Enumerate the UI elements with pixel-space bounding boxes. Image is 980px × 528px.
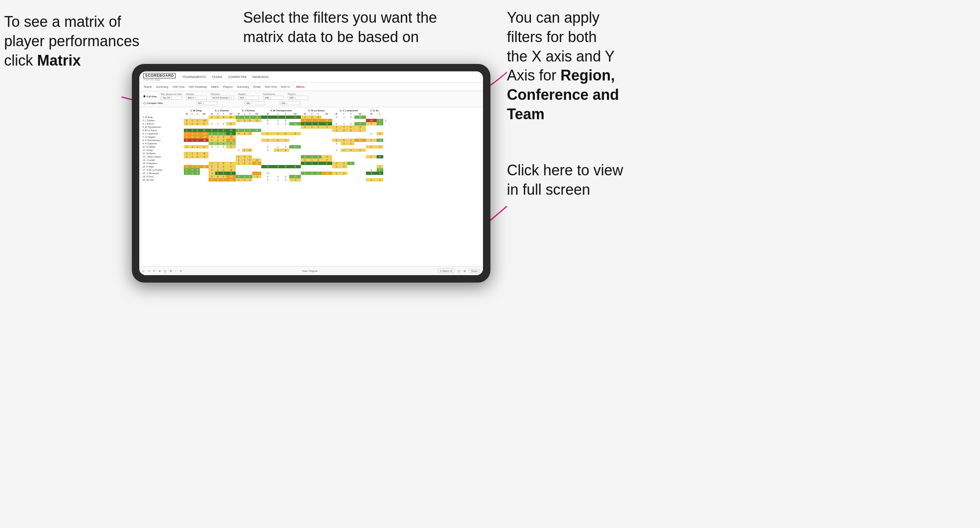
matrix-cell bbox=[301, 145, 309, 148]
subnav-players-summary[interactable]: Summary bbox=[237, 85, 249, 89]
filter-division-select[interactable]: NCAA Division I bbox=[211, 96, 234, 100]
filter-players-select2[interactable]: (All) bbox=[280, 101, 300, 105]
filter-compactview[interactable]: Compact View bbox=[143, 102, 163, 104]
subnav-players[interactable]: Players bbox=[223, 85, 232, 89]
subnav-matrix[interactable]: Matrix bbox=[211, 85, 219, 89]
tr-line2: filters for both bbox=[507, 28, 597, 45]
filter-region-select2[interactable]: N/A bbox=[197, 101, 217, 105]
matrix-cell: -24 bbox=[366, 119, 377, 122]
matrix-cell bbox=[190, 178, 195, 182]
matrix-container[interactable]: 1. W Ding 2. L Clanton 3. J Koivun 4. M … bbox=[139, 107, 483, 272]
settings-icon[interactable]: ⊙ bbox=[180, 269, 182, 272]
matrix-cell bbox=[261, 155, 274, 158]
matrix-cell bbox=[321, 139, 332, 142]
matrix-cell: 10 bbox=[252, 158, 261, 162]
matrix-cell: 0 bbox=[247, 175, 253, 178]
matrix-cell bbox=[383, 175, 388, 178]
matrix-cell: -2 bbox=[252, 116, 261, 119]
matrix-cell: -8 bbox=[226, 168, 236, 172]
undo-icon[interactable]: ↩ bbox=[143, 269, 145, 272]
matrix-cell bbox=[321, 129, 332, 132]
matrix-cell bbox=[242, 168, 247, 172]
matrix-cell bbox=[377, 129, 383, 132]
matrix-cell: -6 bbox=[354, 125, 366, 129]
matrix-cell: 11 bbox=[226, 116, 236, 119]
matrix-cell: 2 bbox=[215, 165, 220, 168]
matrix-cell: 0 bbox=[347, 116, 354, 119]
subnav-summary[interactable]: Summary bbox=[156, 85, 169, 89]
share-button[interactable]: Share bbox=[469, 269, 480, 273]
matrix-cell: 0 bbox=[221, 122, 226, 125]
nav-tournaments[interactable]: TOURNAMENTS bbox=[182, 74, 206, 80]
matrix-cell: 1 bbox=[366, 145, 377, 148]
matrix-cell bbox=[315, 129, 321, 132]
layout2-icon[interactable]: ◫ bbox=[458, 269, 460, 272]
matrix-cell: 1 bbox=[366, 155, 377, 158]
filter-region-select[interactable]: N/A bbox=[238, 96, 259, 100]
subnav-h2h-grid[interactable]: H2H Grid bbox=[173, 85, 185, 89]
row-label: 6. C Lamprecht bbox=[141, 132, 184, 135]
subnav-teams[interactable]: Teams bbox=[143, 85, 152, 89]
subnav-detail[interactable]: Detail bbox=[253, 85, 260, 89]
redo-icon[interactable]: ↪ bbox=[148, 269, 150, 272]
view-label: View: Original bbox=[302, 270, 317, 272]
matrix-cell: -7 bbox=[321, 158, 332, 162]
matrix-cell: 0 bbox=[332, 142, 341, 145]
filter-gender-label: Gender bbox=[186, 93, 207, 95]
matrix-cell bbox=[190, 148, 195, 152]
filter-maxplayers-select[interactable]: Top 25 bbox=[161, 96, 182, 100]
matrix-cell: 1 bbox=[242, 129, 247, 132]
nav-committee[interactable]: COMMITTEE bbox=[228, 74, 247, 80]
matrix-cell: 1 bbox=[341, 125, 348, 129]
matrix-cell bbox=[242, 142, 247, 145]
row-label: 17. S De La Fuente bbox=[141, 168, 184, 172]
subnav-h2hh[interactable]: H2H H... bbox=[281, 85, 292, 89]
subnav-matrix-active[interactable]: Matrix bbox=[296, 85, 305, 89]
matrix-cell bbox=[289, 168, 301, 172]
matrix-cell bbox=[252, 132, 261, 135]
tr-line4pre: Axis for bbox=[507, 67, 560, 84]
matrix-cell: -11 bbox=[261, 172, 274, 175]
matrix-cell bbox=[289, 139, 301, 142]
layout-icon[interactable]: ◫ bbox=[164, 269, 166, 272]
filter-conference-select2[interactable]: (All) bbox=[244, 101, 265, 105]
expand-icon[interactable]: ↕ bbox=[175, 269, 176, 272]
matrix-cell: 2 bbox=[215, 135, 220, 139]
fullscreen-icon[interactable]: ⊞ bbox=[464, 269, 466, 272]
matrix-cell: 0 bbox=[332, 116, 341, 119]
subnav-h2h-heatmap[interactable]: H2H Heatmap bbox=[189, 85, 207, 89]
filter-gender-select[interactable]: Men's bbox=[186, 96, 207, 100]
subnav-h2h-grid2[interactable]: H2H Grid bbox=[265, 85, 277, 89]
matrix-cell bbox=[309, 135, 315, 139]
matrix-cell: 14 bbox=[226, 129, 236, 132]
matrix-cell bbox=[301, 175, 309, 178]
matrix-cell bbox=[226, 119, 236, 122]
watch-button[interactable]: ⊙ Watch ▼ bbox=[438, 269, 455, 273]
matrix-cell bbox=[321, 145, 332, 148]
matrix-cell: 2 bbox=[341, 162, 348, 165]
table-row: 15. P Maichon1101100-194110-722 bbox=[141, 162, 388, 165]
matrix-cell bbox=[274, 155, 282, 158]
matrix-cell bbox=[341, 145, 348, 148]
table-row: 7. G Sargent200-16220-15 bbox=[141, 135, 388, 139]
filter-region-label: Region bbox=[238, 93, 259, 95]
matrix-cell: 0 bbox=[195, 119, 200, 122]
grid-icon[interactable]: ⊞ bbox=[170, 269, 172, 272]
matrix-cell bbox=[215, 148, 220, 152]
col-header-4: 4. M Thorbjornsen bbox=[261, 109, 301, 112]
matrix-cell bbox=[195, 175, 200, 178]
matrix-cell bbox=[261, 142, 274, 145]
refresh-icon[interactable]: ⟳ bbox=[153, 269, 155, 272]
add-icon[interactable]: ⊕ bbox=[159, 269, 161, 272]
matrix-cell: 0 bbox=[261, 119, 274, 122]
matrix-cell: 9 bbox=[226, 142, 236, 145]
nav-teams[interactable]: TEAMS bbox=[212, 74, 223, 80]
matrix-cell bbox=[289, 158, 301, 162]
filter-fullview[interactable]: Full View bbox=[143, 95, 157, 98]
filter-players-select[interactable]: (All) bbox=[288, 96, 308, 100]
filter-conference-select[interactable]: (All) bbox=[263, 96, 284, 100]
matrix-cell bbox=[274, 142, 282, 145]
table-row: 14. J Lundin11010110-7 bbox=[141, 158, 388, 162]
matrix-cell bbox=[309, 175, 315, 178]
nav-rankings[interactable]: RANKINGS bbox=[253, 74, 269, 80]
